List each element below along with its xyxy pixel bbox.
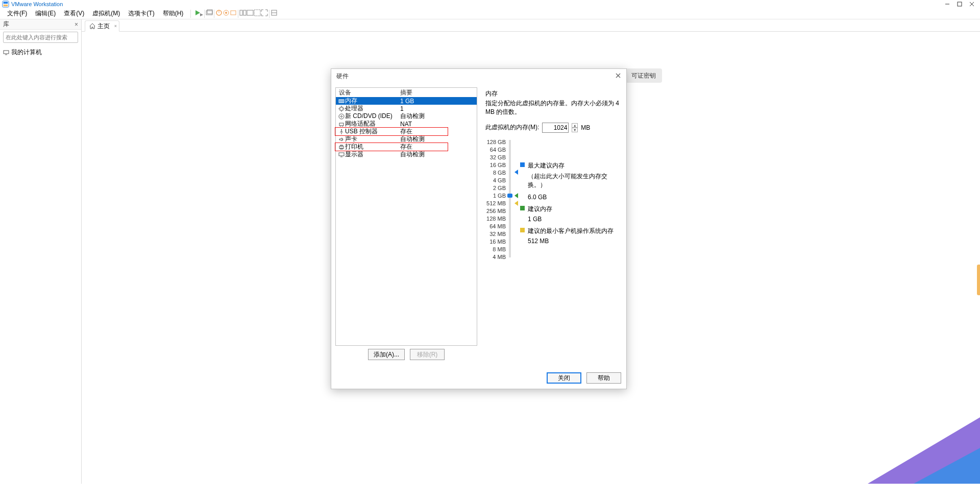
- computer-icon: [3, 50, 9, 56]
- device-row[interactable]: 处理器1: [336, 105, 477, 112]
- toolbar-play-icon[interactable]: [194, 9, 203, 18]
- col-summary: 摘要: [400, 88, 412, 97]
- legend-min-title: 建议的最小客户机操作系统内存: [528, 227, 614, 235]
- legend-recommended-title: 建议内存: [528, 205, 552, 214]
- device-icon: [338, 129, 345, 135]
- library-sidebar: 库 × 我的计算机: [0, 19, 82, 484]
- memory-scale[interactable]: 128 GB64 GB32 GB16 GB8 GB4 GB2 GB1 GB512…: [485, 140, 513, 257]
- marker-min-icon: [514, 201, 518, 206]
- scale-label: 64 GB: [485, 147, 506, 153]
- toolbar-unity-icon[interactable]: [271, 9, 278, 18]
- add-hardware-button[interactable]: 添加(A)...: [368, 349, 405, 360]
- svg-rect-18: [247, 10, 253, 15]
- scale-label: 4 GB: [485, 177, 506, 183]
- legend-max-value: 6.0 GB: [528, 194, 619, 201]
- tab-label: 主页: [97, 22, 110, 31]
- memory-legend: 最大建议内存 （超出此大小可能发生内存交换。） 6.0 GB 建议内存 1 GB: [520, 140, 619, 257]
- device-row[interactable]: 打印机存在: [336, 143, 477, 151]
- svg-rect-51: [339, 153, 344, 156]
- toolbar-snapshot3-icon[interactable]: [230, 9, 237, 18]
- sidebar-close-icon[interactable]: ×: [75, 21, 78, 28]
- app-logo-icon: [2, 1, 9, 8]
- device-row[interactable]: 新 CD/DVD (IDE)自动检测: [336, 112, 477, 120]
- help-button[interactable]: 帮助: [586, 372, 621, 384]
- svg-point-40: [341, 115, 342, 117]
- svg-rect-1: [4, 2, 8, 4]
- device-summary: 自动检测: [400, 112, 475, 121]
- dialog-titlebar: 硬件: [331, 69, 626, 83]
- remove-hardware-button[interactable]: 移除(R): [410, 349, 445, 360]
- device-icon: [338, 152, 345, 158]
- memory-input[interactable]: [542, 123, 569, 133]
- scale-label: 32 GB: [485, 154, 506, 160]
- toolbar-view1-icon[interactable]: [239, 9, 247, 18]
- main-area: 主页 × 可证密钥 硬件 设备 摘要: [82, 19, 980, 484]
- memory-row: 此虚拟机的内存(M): ▲▼ MB: [485, 123, 619, 133]
- svg-rect-34: [340, 107, 343, 110]
- hardware-dialog: 硬件 设备 摘要 内存1 GB处理器1新 CD/DVD (IDE)自动检测网络适…: [331, 68, 627, 389]
- device-row[interactable]: 网络适配器NAT: [336, 120, 477, 128]
- search-input[interactable]: [6, 34, 76, 40]
- svg-rect-10: [207, 10, 212, 14]
- tab-close-icon[interactable]: ×: [114, 23, 117, 29]
- sidebar-header: 库 ×: [0, 19, 81, 30]
- device-icon: [338, 113, 345, 120]
- menu-vm[interactable]: 虚拟机(M): [88, 8, 124, 19]
- marker-recommended-icon: [514, 193, 518, 198]
- menu-tabs[interactable]: 选项卡(T): [124, 8, 158, 19]
- scale-label: 128 MB: [485, 216, 506, 222]
- window-close-button[interactable]: [966, 1, 978, 8]
- memory-description: 指定分配给此虚拟机的内存量。内存大小必须为 4 MB 的倍数。: [485, 99, 619, 116]
- menu-help[interactable]: 帮助(H): [159, 8, 188, 19]
- device-row[interactable]: 内存1 GB: [336, 97, 477, 105]
- svg-rect-15: [231, 11, 236, 15]
- memory-unit: MB: [581, 124, 590, 131]
- marker-max-icon: [514, 170, 518, 175]
- memory-spinner[interactable]: ▲▼: [572, 123, 578, 132]
- device-row[interactable]: 显示器自动检测: [336, 151, 477, 158]
- svg-point-39: [339, 114, 344, 119]
- scale-label: 16 GB: [485, 162, 506, 168]
- tree-item-my-computer[interactable]: 我的计算机: [3, 47, 78, 58]
- window-maximize-button[interactable]: [953, 1, 966, 8]
- decor-triangle-blue: [914, 448, 980, 484]
- scale-label: 256 MB: [485, 208, 506, 214]
- toolbar-fit-icon[interactable]: [254, 9, 261, 18]
- scale-label: 8 MB: [485, 246, 506, 252]
- svg-rect-17: [243, 10, 246, 15]
- search-box[interactable]: [3, 32, 78, 43]
- scale-label: 512 MB: [485, 200, 506, 206]
- menu-view[interactable]: 查看(V): [60, 8, 88, 19]
- toolbar-view2-icon[interactable]: [247, 9, 254, 18]
- window-minimize-button[interactable]: [941, 1, 953, 8]
- device-list-header: 设备 摘要: [336, 88, 477, 97]
- toolbar-snapshot-icon[interactable]: [215, 9, 223, 18]
- close-button[interactable]: 关闭: [547, 372, 581, 384]
- svg-rect-16: [240, 10, 242, 15]
- dialog-bottom-row: 关闭 帮助: [331, 369, 626, 389]
- memory-field-label: 此虚拟机的内存(M):: [485, 123, 539, 132]
- legend-max-icon: [520, 162, 525, 167]
- legend-recommended-icon: [520, 206, 525, 210]
- title-bar: VMware Workstation: [0, 0, 980, 8]
- menu-edit[interactable]: 编辑(E): [31, 8, 60, 19]
- sidebar-title: 库: [3, 20, 9, 29]
- scale-label: 8 GB: [485, 170, 506, 176]
- dialog-close-icon[interactable]: [615, 73, 621, 80]
- memory-slider-handle[interactable]: [507, 194, 512, 198]
- legend-max-note: （超出此大小可能发生内存交换。）: [528, 172, 619, 189]
- toolbar-fullscreen-icon[interactable]: [261, 9, 268, 18]
- toolbar-snapshot2-icon[interactable]: [223, 9, 230, 18]
- home-icon: [89, 23, 95, 29]
- license-key-button[interactable]: 可证密钥: [625, 68, 662, 83]
- device-icon: [338, 98, 345, 104]
- device-row[interactable]: 声卡自动检测: [336, 135, 477, 143]
- toolbar-tabs-icon[interactable]: [206, 9, 213, 18]
- tab-home[interactable]: 主页 ×: [85, 20, 119, 32]
- svg-rect-2: [4, 5, 8, 7]
- menu-file[interactable]: 文件(F): [3, 8, 31, 19]
- svg-rect-25: [4, 51, 9, 54]
- svg-point-14: [225, 12, 227, 14]
- device-row[interactable]: USB 控制器存在: [336, 128, 477, 135]
- device-summary: 1 GB: [400, 98, 475, 105]
